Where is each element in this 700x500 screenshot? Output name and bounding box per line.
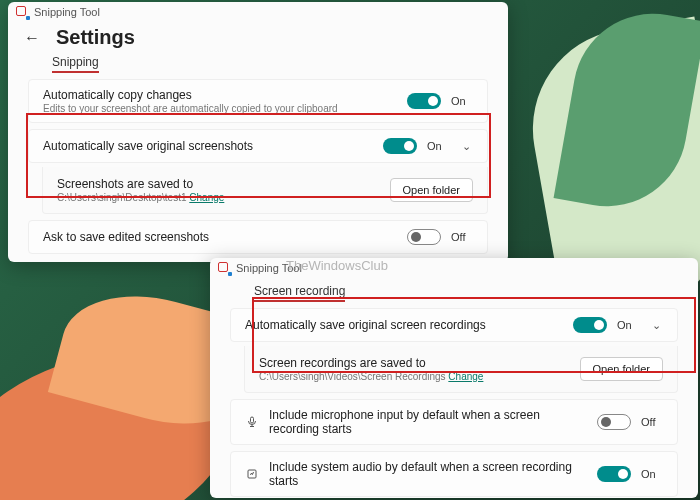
setting-subtitle: Edits to your screenshot are automatical…: [43, 103, 397, 114]
tab-snipping[interactable]: Snipping: [52, 55, 99, 73]
snipping-tool-window-2: Snipping Tool Screen recording Automatic…: [210, 258, 698, 498]
toggle-state: On: [641, 468, 663, 480]
toggle-state: Off: [641, 416, 663, 428]
chevron-up-icon[interactable]: ⌄: [459, 140, 473, 153]
toggle-auto-save-recording[interactable]: [573, 317, 607, 333]
toggle-auto-copy[interactable]: [407, 93, 441, 109]
app-title: Snipping Tool: [236, 262, 302, 274]
save-path: C:\Users\singh\Videos\Screen Recordings …: [259, 371, 570, 382]
setting-auto-save-recording[interactable]: Automatically save original screen recor…: [230, 308, 678, 342]
change-link[interactable]: Change: [189, 192, 224, 203]
setting-title: Screen recordings are saved to: [259, 356, 570, 370]
app-title: Snipping Tool: [34, 6, 100, 18]
page-title: Settings: [56, 26, 135, 49]
setting-title: Automatically copy changes: [43, 88, 397, 102]
save-path: C:\Users\singh\Desktop\test1 Change: [57, 192, 380, 203]
toggle-auto-save[interactable]: [383, 138, 417, 154]
microphone-icon: [245, 415, 259, 429]
titlebar: Snipping Tool: [8, 2, 508, 22]
setting-title: Screenshots are saved to: [57, 177, 380, 191]
snipping-tool-icon: [218, 262, 230, 274]
setting-system-audio: Include system audio by default when a s…: [230, 451, 678, 497]
titlebar: Snipping Tool: [210, 258, 698, 278]
speaker-icon: [245, 467, 259, 481]
chevron-up-icon[interactable]: ⌄: [649, 319, 663, 332]
toggle-state: On: [451, 95, 473, 107]
open-folder-button[interactable]: Open folder: [390, 178, 473, 202]
snipping-tool-window-1: Snipping Tool ← Settings Snipping Automa…: [8, 2, 508, 262]
open-folder-button[interactable]: Open folder: [580, 357, 663, 381]
toggle-audio[interactable]: [597, 466, 631, 482]
setting-mic-input: Include microphone input by default when…: [230, 399, 678, 445]
setting-title: Ask to save edited screenshots: [43, 230, 397, 244]
toggle-state: On: [427, 140, 449, 152]
setting-title: Include microphone input by default when…: [269, 408, 587, 436]
snipping-tool-icon: [16, 6, 28, 18]
setting-recording-location: Screen recordings are saved to C:\Users\…: [244, 346, 678, 393]
change-link[interactable]: Change: [448, 371, 483, 382]
setting-title: Include system audio by default when a s…: [269, 460, 587, 488]
setting-auto-copy: Automatically copy changes Edits to your…: [28, 79, 488, 123]
setting-title: Automatically save original screen recor…: [245, 318, 563, 332]
back-arrow-icon[interactable]: ←: [24, 29, 40, 47]
setting-title: Automatically save original screenshots: [43, 139, 373, 153]
setting-ask-save: Ask to save edited screenshots Off: [28, 220, 488, 254]
tab-screen-recording[interactable]: Screen recording: [254, 284, 345, 302]
setting-save-location: Screenshots are saved to C:\Users\singh\…: [42, 167, 488, 214]
toggle-mic[interactable]: [597, 414, 631, 430]
svg-rect-0: [251, 417, 254, 423]
toggle-state: On: [617, 319, 639, 331]
setting-auto-save[interactable]: Automatically save original screenshots …: [28, 129, 488, 163]
toggle-state: Off: [451, 231, 473, 243]
toggle-ask-save[interactable]: [407, 229, 441, 245]
settings-header: ← Settings: [8, 22, 508, 49]
